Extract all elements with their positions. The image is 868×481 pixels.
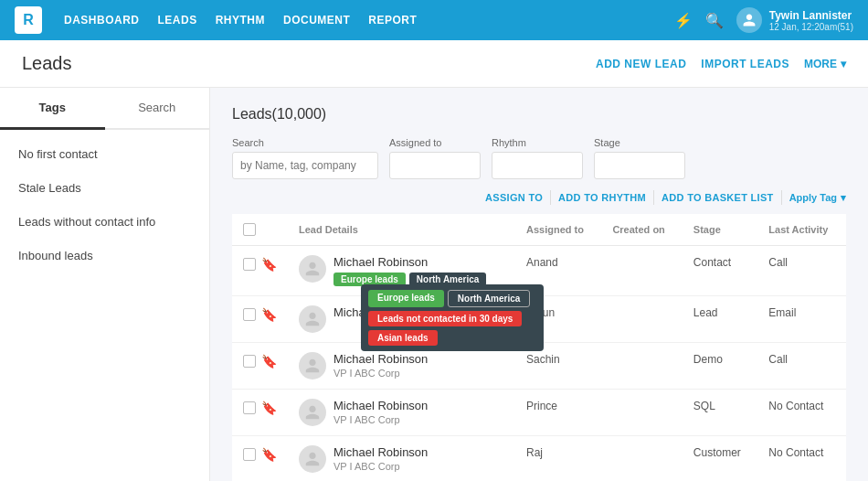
lead-company: VP I ABC Corp xyxy=(333,414,428,425)
popup-tag-not-contacted: Leads not contacted in 30 days xyxy=(368,311,522,326)
user-info: Tywin Lannister 12 Jan, 12:20am(51) xyxy=(769,9,853,32)
user-menu[interactable]: Tywin Lannister 12 Jan, 12:20am(51) xyxy=(736,7,853,33)
divider-2 xyxy=(653,190,654,205)
content-area: Leads(10,000) Search Assigned to Rhythm … xyxy=(210,88,868,481)
bookmark-icon[interactable]: 🔖 xyxy=(261,257,277,272)
search-icon[interactable]: 🔍 xyxy=(705,12,724,29)
nav-links: DASHBOARD LEADS RHYTHM DOCUMENT REPORT xyxy=(64,14,652,27)
lead-avatar-cell: Michael Robinson VP I ABC Corp xyxy=(299,445,504,473)
lead-name: Michael Robinson xyxy=(333,445,428,459)
row-checkbox[interactable] xyxy=(243,258,256,271)
page-header: Leads ADD NEW LEAD IMPORT LEADS MORE ▾ xyxy=(0,40,868,88)
add-new-lead-button[interactable]: ADD NEW LEAD xyxy=(596,58,686,70)
lead-avatar xyxy=(299,399,326,426)
th-last-activity: Last Activity xyxy=(757,214,846,246)
lead-name: Michael Robinson xyxy=(333,399,428,412)
leads-count-title: Leads(10,000) xyxy=(232,106,846,123)
popup-tag-europe: Europe leads xyxy=(368,290,444,307)
lead-avatar xyxy=(299,352,326,379)
add-to-rhythm-button[interactable]: Add to Rhythm xyxy=(558,192,646,203)
search-filter-group: Search xyxy=(232,137,378,179)
assigned-to-value: Prince xyxy=(526,400,557,412)
import-leads-button[interactable]: IMPORT LEADS xyxy=(701,58,789,70)
chevron-down-icon: ▾ xyxy=(841,58,846,70)
activity-value: Email xyxy=(768,306,796,319)
lead-details-text: Michael Robinson VP I ABC Corp xyxy=(333,399,428,425)
lead-avatar-cell: Michael Robinson VP I ABC Corp xyxy=(299,352,504,379)
row-checkbox[interactable] xyxy=(243,355,256,368)
assigned-to-value: Raj xyxy=(526,446,543,459)
add-to-basket-button[interactable]: Add to Basket list xyxy=(662,192,774,203)
header-actions: ADD NEW LEAD IMPORT LEADS MORE ▾ xyxy=(596,58,846,70)
th-select-all xyxy=(232,214,288,246)
select-all-checkbox[interactable] xyxy=(243,223,256,236)
stage-input[interactable] xyxy=(594,152,685,179)
table-header: Lead Details Assigned to Created on Stag… xyxy=(232,214,846,246)
divider-3 xyxy=(781,190,782,205)
search-input[interactable] xyxy=(232,152,378,179)
bookmark-icon[interactable]: 🔖 xyxy=(261,307,277,322)
row-checkbox[interactable] xyxy=(243,448,256,461)
lead-company: VP I ABC Corp xyxy=(333,461,428,472)
more-button[interactable]: MORE ▾ xyxy=(804,58,846,70)
th-created-on: Created on xyxy=(601,214,682,246)
nav-dashboard[interactable]: DASHBOARD xyxy=(64,14,140,27)
page-title: Leads xyxy=(22,53,72,74)
activity-value: Call xyxy=(768,353,788,366)
bookmark-icon[interactable]: 🔖 xyxy=(261,447,277,462)
assigned-input[interactable] xyxy=(389,152,481,179)
table-row: 🔖 Michael Robinson Europe leads North Am… xyxy=(232,246,846,296)
stage-value: Customer xyxy=(693,446,741,459)
nav-right: ⚡ 🔍 Tywin Lannister 12 Jan, 12:20am(51) xyxy=(674,7,853,33)
nav-leads[interactable]: LEADS xyxy=(158,14,197,27)
nav-rhythm[interactable]: RHYTHM xyxy=(216,14,265,27)
bookmark-icon[interactable]: 🔖 xyxy=(261,354,277,369)
lightning-icon[interactable]: ⚡ xyxy=(674,12,693,29)
nav-document[interactable]: DOCUMENT xyxy=(283,14,350,27)
apply-tag-chevron-icon: ▾ xyxy=(841,192,846,204)
sidebar-items: No first contact Stale Leads Leads witho… xyxy=(0,130,209,280)
top-navigation: R DASHBOARD LEADS RHYTHM DOCUMENT REPORT… xyxy=(0,0,868,40)
lead-name: Michael Robinson xyxy=(333,255,486,269)
th-assigned-to: Assigned to xyxy=(515,214,601,246)
rhythm-input[interactable] xyxy=(492,152,583,179)
lead-avatar xyxy=(299,305,326,333)
bookmark-icon[interactable]: 🔖 xyxy=(261,401,277,415)
stage-value: Contact xyxy=(693,256,731,269)
tab-search[interactable]: Search xyxy=(105,88,210,128)
table-row: 🔖 Michael Robinson VP I ABC Corp PrinceS… xyxy=(232,390,846,436)
row-checkbox[interactable] xyxy=(243,308,256,321)
filters-row: Search Assigned to Rhythm Stage Assign t… xyxy=(232,137,846,205)
row-checkbox[interactable] xyxy=(243,401,256,414)
logo-letter: R xyxy=(23,12,34,28)
user-date: 12 Jan, 12:20am(51) xyxy=(769,22,853,32)
activity-value: No Contact xyxy=(768,400,823,412)
assign-to-button[interactable]: Assign to xyxy=(485,192,543,203)
sidebar: Tags Search No first contact Stale Leads… xyxy=(0,88,210,481)
lead-details-text: Michael Robinson VP I ABC Corp xyxy=(333,352,428,379)
nav-report[interactable]: REPORT xyxy=(368,14,417,27)
rhythm-filter-group: Rhythm xyxy=(492,137,583,179)
divider-1 xyxy=(550,190,551,205)
tag-popup: Europe leads North America Leads not con… xyxy=(361,284,544,351)
sidebar-tabs: Tags Search xyxy=(0,88,209,130)
activity-value: No Contact xyxy=(768,446,823,459)
sidebar-item-inbound-leads[interactable]: Inbound leads xyxy=(0,239,209,273)
tab-tags[interactable]: Tags xyxy=(0,88,105,130)
lead-avatar xyxy=(299,445,326,473)
sidebar-item-no-contact-info[interactable]: Leads without contact info xyxy=(0,205,209,239)
leads-tbody: 🔖 Michael Robinson Europe leads North Am… xyxy=(232,246,846,482)
table-row: 🔖 Michael Robinson VP I ABC Corp RajCust… xyxy=(232,436,846,482)
sidebar-item-stale-leads[interactable]: Stale Leads xyxy=(0,171,209,205)
leads-table: Lead Details Assigned to Created on Stag… xyxy=(232,214,846,481)
logo[interactable]: R xyxy=(15,6,42,34)
stage-value: SQL xyxy=(693,400,715,412)
assigned-filter-group: Assigned to xyxy=(389,137,481,179)
sidebar-item-no-first-contact[interactable]: No first contact xyxy=(0,137,209,171)
lead-details-text: Michael Robinson Europe leads North Amer… xyxy=(333,255,486,286)
apply-tag-button[interactable]: Apply Tag ▾ xyxy=(789,192,846,204)
stage-value: Demo xyxy=(693,353,723,366)
lead-company: VP I ABC Corp xyxy=(333,368,428,379)
avatar xyxy=(736,7,762,33)
rhythm-filter-label: Rhythm xyxy=(492,137,583,148)
